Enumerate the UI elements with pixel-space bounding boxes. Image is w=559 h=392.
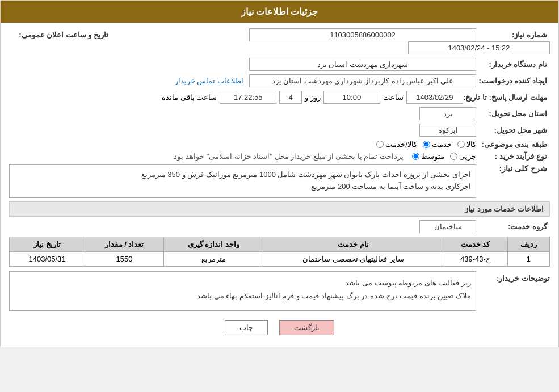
service-group-value: ساختمان: [419, 220, 476, 233]
category-kala-khedmat-label: کالا/خدمت: [385, 140, 417, 149]
process-motavasset-label: متوسط: [421, 152, 444, 161]
row-service-group: گروه خدمت: ساختمان: [9, 220, 550, 233]
category-radio-kala[interactable]: [457, 141, 465, 148]
row-buyer-org: نام دستگاه خریدار: شهرداری مهردشت استان …: [9, 58, 550, 71]
process-radio-jozi[interactable]: [450, 153, 457, 160]
back-button[interactable]: بازگشت: [279, 320, 334, 335]
page-header: جزئیات اطلاعات نیاز: [1, 1, 558, 23]
row-process: نوع فرآیند خرید : متوسط جزیی پرداخت تمام…: [9, 152, 550, 161]
row-buyer-notes: توضیحات خریدار: ریز فعالیت های مربوطه پی…: [9, 271, 550, 311]
table-cell-service_name: سایر فعالیتهای تخصصی ساختمان: [263, 252, 443, 267]
deadline-remaining: 17:22:55: [220, 91, 276, 104]
deadline-time-label: ساعت: [383, 93, 404, 102]
buyer-notes-label: توضیحات خریدار:: [476, 271, 550, 283]
creator-label: ایجاد کننده درخواست:: [476, 77, 550, 85]
row-deadline: مهلت ارسال پاسخ: تا تاریخ: 1403/02/29 سا…: [9, 91, 550, 104]
deadline-label: مهلت ارسال پاسخ: تا تاریخ:: [463, 93, 550, 102]
table-header-date: تاریخ نیاز: [10, 237, 85, 252]
city-value: ابرکوه: [419, 124, 476, 137]
services-section-title: اطلاعات خدمات مورد نیاز: [9, 201, 550, 217]
table-cell-row_num: 1: [507, 252, 549, 267]
print-button[interactable]: چاپ: [225, 320, 268, 335]
page-wrapper: جزئیات اطلاعات نیاز شماره نیاز: 11030058…: [0, 0, 559, 347]
need-number-label: شماره نیاز:: [476, 31, 550, 39]
creator-value: علی اکبر عباس زاده کاربرداز شهرداری مهرد…: [249, 74, 476, 87]
deadline-days-label: روز و: [305, 93, 321, 102]
description-value: اجرای بخشی از پروژه احداث پارک بانوان شه…: [141, 170, 471, 191]
content-area: شماره نیاز: 1103005886000002 تاریخ و ساع…: [1, 23, 558, 347]
table-header-quantity: تعداد / مقدار: [85, 237, 163, 252]
category-radio-kala-khedmat[interactable]: [376, 141, 384, 148]
category-kala-label: کالا: [466, 140, 476, 149]
deadline-date: 1403/02/29: [406, 91, 463, 104]
deadline-days: 4: [279, 91, 302, 104]
row-description: شرح کلی نیاز: اجرای بخشی از پروژه احداث …: [9, 164, 550, 198]
category-label: طبقه بندی موضوعی:: [476, 140, 550, 149]
category-radio-khedmat[interactable]: [423, 141, 430, 148]
buttons-row: چاپ بازگشت: [9, 314, 550, 341]
category-option-kala-khedmat: کالا/خدمت: [376, 140, 417, 149]
row-city: شهر محل تحویل: ابرکوه: [9, 124, 550, 137]
page-title: جزئیات اطلاعات نیاز: [241, 7, 318, 16]
table-cell-date: 1403/05/31: [10, 252, 85, 267]
process-jozi-label: جزیی: [459, 152, 476, 161]
services-table: ردیف کد خدمت نام خدمت واحد اندازه گیری ت…: [9, 237, 550, 267]
buyer-notes-box: ریز فعالیت های مربوطه پیوست می باشد ملاک…: [9, 271, 476, 311]
contact-link[interactable]: اطلاعات تماس خریدار: [175, 77, 243, 85]
table-row: 1ج-43-439سایر فعالیتهای تخصصی ساختمانمتر…: [10, 252, 550, 267]
table-cell-quantity: 1550: [85, 252, 163, 267]
description-section-title: شرح کلی نیاز:: [476, 164, 550, 173]
buyer-org-label: نام دستگاه خریدار:: [476, 60, 550, 69]
buyer-org-value: شهرداری مهردشت استان یزد: [249, 58, 476, 71]
need-number-value: 1103005886000002: [249, 28, 476, 41]
service-group-label: گروه خدمت:: [476, 222, 550, 231]
row-category: طبقه بندی موضوعی: کالا/خدمت خدمت کالا: [9, 140, 550, 149]
category-khedmat-label: خدمت: [432, 140, 452, 149]
deadline-remaining-label: ساعت باقی مانده: [162, 93, 217, 102]
process-option-jozi: جزیی: [450, 152, 476, 161]
row-province: استان محل تحویل: یزد: [9, 107, 550, 120]
table-cell-service_code: ج-43-439: [443, 252, 507, 267]
category-option-kala: کالا: [457, 140, 476, 149]
table-header-service-code: کد خدمت: [443, 237, 507, 252]
province-value: یزد: [419, 107, 476, 120]
announce-date-value: 1403/02/24 - 15:22: [408, 41, 550, 54]
process-radio-group: متوسط جزیی: [412, 152, 476, 161]
category-option-khedmat: خدمت: [423, 140, 452, 149]
deadline-time: 10:00: [323, 91, 380, 104]
process-note: پرداخت تمام یا بخشی از مبلغ خریداز محل "…: [172, 152, 404, 161]
process-option-motavasset: متوسط: [412, 152, 444, 161]
process-label: نوع فرآیند خرید :: [476, 152, 550, 161]
city-label: شهر محل تحویل:: [476, 126, 550, 134]
buyer-notes-line1: ریز فعالیت های مربوطه پیوست می باشد: [14, 276, 471, 289]
table-header-service-name: نام خدمت: [263, 237, 443, 252]
category-radio-group: کالا/خدمت خدمت کالا: [376, 140, 476, 149]
table-cell-unit: مترمربع: [163, 252, 263, 267]
province-label: استان محل تحویل:: [476, 109, 550, 118]
buyer-notes-line2: ملاک تعیین برنده قیمت درج شده در برگ پیش…: [14, 289, 471, 302]
description-box: اجرای بخشی از پروژه احداث پارک بانوان شه…: [9, 164, 476, 198]
row-creator: ایجاد کننده درخواست: علی اکبر عباس زاده …: [9, 74, 550, 87]
table-header-rownum: ردیف: [507, 237, 549, 252]
process-radio-motavasset[interactable]: [412, 153, 419, 160]
row-need-number: شماره نیاز: 1103005886000002 تاریخ و ساع…: [9, 28, 550, 54]
table-header-unit: واحد اندازه گیری: [163, 237, 263, 252]
announce-date-label: تاریخ و ساعت اعلان عمومی:: [9, 31, 111, 39]
